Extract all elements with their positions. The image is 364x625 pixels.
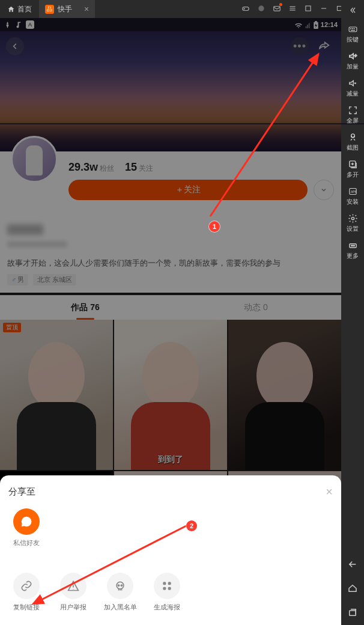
signal-icon: [305, 21, 311, 28]
phone-screen: A 12:14 ••• 29.3w粉丝 15关注 ＋关注: [0, 18, 341, 625]
minimize-icon[interactable]: [320, 4, 328, 14]
svg-rect-22: [307, 25, 308, 28]
svg-rect-5: [349, 27, 357, 32]
svg-point-19: [353, 245, 354, 246]
sidebar-settings[interactable]: 设置: [341, 209, 364, 236]
profile-cover: •••: [0, 31, 341, 151]
svg-rect-2: [274, 6, 281, 11]
svg-text:+: +: [354, 53, 357, 58]
app-icon: 品: [45, 5, 54, 14]
nav-home-icon[interactable]: [347, 577, 358, 601]
sidebar-screenshot[interactable]: 截图: [341, 127, 364, 154]
tab-works[interactable]: 作品 76: [0, 296, 171, 320]
share-sheet: 分享至 × 私信好友 复制链接 用户举报 加入黑名单 生成海报: [0, 475, 341, 625]
tab-close-icon[interactable]: ×: [84, 4, 89, 14]
more-button[interactable]: •••: [291, 37, 309, 55]
svg-rect-0: [243, 7, 249, 10]
svg-rect-21: [306, 26, 307, 28]
user-icon[interactable]: [257, 4, 265, 14]
nav-back-icon[interactable]: [347, 553, 358, 577]
svg-rect-25: [315, 21, 317, 22]
svg-rect-23: [309, 23, 310, 28]
qr-icon: [154, 573, 180, 599]
grid-caption: 到到了: [114, 454, 227, 465]
svg-point-17: [351, 245, 351, 246]
back-button[interactable]: [6, 37, 24, 55]
status-app-icon: [4, 21, 11, 29]
action-copy-link[interactable]: 复制链接: [8, 573, 44, 612]
svg-rect-32: [168, 587, 171, 590]
svg-point-1: [258, 5, 264, 11]
svg-text:-: -: [354, 81, 356, 85]
share-button[interactable]: [315, 37, 333, 55]
sidebar-collapse-icon[interactable]: [348, 2, 357, 19]
expand-icon[interactable]: [304, 4, 312, 14]
status-note-icon: [15, 21, 22, 28]
emulator-sidebar: 按键 +加量 -减量 全屏 截图 多开 APK安装 设置 更多: [341, 0, 364, 625]
menu-icon[interactable]: [288, 4, 297, 14]
status-time: 12:14: [321, 21, 338, 28]
svg-rect-30: [168, 582, 171, 585]
tab-home-label: 首页: [17, 4, 32, 14]
action-report[interactable]: 用户举报: [55, 573, 91, 612]
svg-rect-29: [163, 582, 166, 585]
sidebar-volume-down[interactable]: -减量: [341, 73, 364, 100]
svg-point-15: [351, 217, 354, 219]
sidebar-multi[interactable]: 多开: [341, 154, 364, 181]
tab-moments[interactable]: 动态 0: [171, 296, 341, 320]
tab-app[interactable]: 品 快手 ×: [39, 0, 95, 18]
fans-count: 29.3w: [68, 161, 98, 173]
sidebar-keys[interactable]: 按键: [341, 19, 364, 46]
svg-text:APK: APK: [350, 191, 357, 194]
wifi-icon: [294, 22, 303, 28]
svg-point-28: [121, 585, 122, 586]
action-poster[interactable]: 生成海报: [149, 573, 185, 612]
user-id: [7, 241, 67, 248]
grid-item[interactable]: 到到了: [114, 320, 227, 471]
grid-item[interactable]: [228, 320, 341, 471]
gender-tag: ♂男: [7, 274, 28, 285]
profile-card: 29.3w粉丝 15关注 ＋关注 故事才开始，这会儿人少需要你们随手的一个赞，凯…: [0, 151, 341, 293]
nav-recents-icon[interactable]: [347, 601, 358, 625]
username: [7, 224, 43, 235]
svg-point-7: [352, 28, 353, 29]
sheet-title: 分享至: [8, 486, 35, 498]
tab-home[interactable]: 首页: [0, 0, 39, 18]
svg-point-27: [118, 585, 119, 586]
status-bar: A 12:14: [0, 18, 341, 31]
link-icon: [13, 573, 40, 599]
avatar[interactable]: [11, 136, 58, 183]
follow-button[interactable]: ＋关注: [68, 180, 308, 200]
mail-icon[interactable]: [273, 4, 281, 14]
warning-icon: [60, 573, 86, 599]
skull-icon: [107, 573, 133, 599]
svg-point-18: [352, 245, 353, 246]
svg-rect-31: [163, 587, 166, 590]
location-tag: 北京 东城区: [33, 274, 76, 285]
svg-point-8: [354, 28, 354, 29]
svg-point-6: [350, 28, 351, 29]
share-to-friend[interactable]: 私信好友: [8, 508, 44, 547]
profile-tabs: 作品 76 动态 0: [0, 295, 341, 320]
sheet-close-icon[interactable]: ×: [326, 485, 333, 499]
friend-icon: [13, 508, 40, 535]
sidebar-more[interactable]: 更多: [341, 236, 364, 263]
grid-item[interactable]: 置顶: [0, 320, 113, 471]
bio-text: 故事才开始，这会儿人少需要你们随手的一个赞，凯的新故事，需要你我的参与: [7, 258, 334, 269]
sidebar-volume-up[interactable]: +加量: [341, 46, 364, 73]
follow-count: 15: [125, 161, 137, 173]
gamepad-icon[interactable]: [241, 4, 250, 14]
profile-stats: 29.3w粉丝 15关注: [68, 159, 334, 174]
battery-icon: [314, 21, 318, 29]
action-blacklist[interactable]: 加入黑名单: [102, 573, 138, 612]
emulator-titlebar: 首页 品 快手 ×: [0, 0, 364, 18]
status-a-icon: A: [26, 20, 34, 29]
follow-dropdown[interactable]: [314, 180, 334, 200]
sidebar-install[interactable]: APK安装: [341, 181, 364, 209]
tab-app-label: 快手: [58, 4, 72, 14]
pin-badge: 置顶: [3, 323, 21, 332]
svg-rect-20: [350, 611, 356, 615]
svg-rect-3: [306, 5, 311, 10]
